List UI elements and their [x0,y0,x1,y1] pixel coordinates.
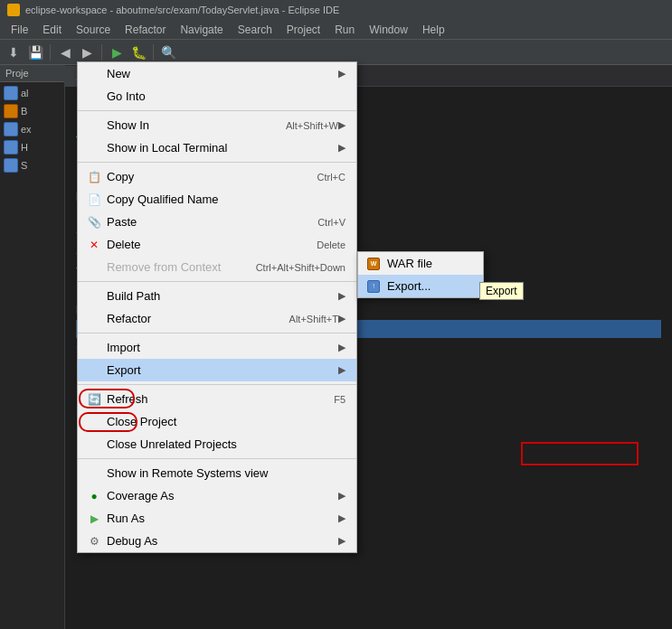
ctx-go-into[interactable]: Go Into [78,85,356,108]
ctx-coverage-as-label: Coverage As [107,489,338,502]
sidebar-item-2[interactable]: ex [0,120,64,138]
ctx-delete[interactable]: ✕ Delete Delete [78,233,356,256]
toolbar-new-btn[interactable]: ⬇ [4,42,24,62]
ctx-paste[interactable]: 📎 Paste Ctrl+V [78,211,356,233]
tooltip-text: Export [486,285,517,297]
ctx-sep-3 [78,281,356,282]
ctx-new-label: New [107,67,338,80]
toolbar-run-btn[interactable]: ▶ [107,42,127,62]
submenu-export-label: Export... [387,279,431,293]
ctx-show-remote-label: Show in Remote Systems view [107,466,345,480]
submenu-export[interactable]: ↑ Export... [358,275,483,297]
submenu: W WAR file ↑ Export... [357,251,484,298]
ctx-paste-shortcut: Ctrl+V [317,217,345,228]
menu-run[interactable]: Run [327,22,362,38]
copy-icon: 📋 [87,170,101,184]
ctx-delete-shortcut: Delete [317,239,345,250]
toolbar-save-btn[interactable]: 💾 [25,42,45,62]
menu-search[interactable]: Search [231,22,279,38]
ctx-refactor-arrow: ▶ [338,313,345,324]
sidebar-item-icon-3 [4,140,18,155]
menu-refactor[interactable]: Refactor [118,22,173,38]
menu-project[interactable]: Project [279,22,327,38]
sidebar-item-4[interactable]: S [0,156,64,174]
toolbar-forward-btn[interactable]: ▶ [77,42,97,62]
context-menu: New ▶ Go Into Show In Alt+Shift+W ▶ Show… [77,61,357,553]
sidebar-item-3[interactable]: H [0,138,64,156]
ctx-import[interactable]: Import ▶ [78,336,356,359]
ctx-refactor[interactable]: Refactor Alt+Shift+T ▶ [78,307,356,330]
ctx-show-in-label: Show In [107,118,268,132]
sidebar-header: Proje [0,65,64,82]
export-icon-sm: ↑ [365,280,382,293]
ctx-sep-4 [78,333,356,333]
ctx-paste-label: Paste [107,215,299,229]
ctx-build-path[interactable]: Build Path ▶ [78,285,356,307]
ctx-copy[interactable]: 📋 Copy Ctrl+C [78,165,356,188]
title-bar: eclipse-workspace - aboutme/src/exam/Tod… [0,0,672,20]
ctx-show-terminal-label: Show in Local Terminal [107,141,338,155]
sidebar-item-icon-2 [4,122,18,136]
sidebar-item-label-2: ex [21,124,32,135]
ctx-run-as[interactable]: ▶ Run As ▶ [78,507,356,530]
ctx-show-in-shortcut: Alt+Shift+W [286,120,338,131]
ctx-debug-as[interactable]: ⚙ Debug As ▶ [78,530,356,552]
toolbar-debug-btn[interactable]: 🐛 [128,42,148,62]
menu-source[interactable]: Source [69,22,118,38]
ctx-build-path-arrow: ▶ [338,290,345,302]
ctx-close-project[interactable]: Close Project [78,410,356,433]
ctx-sep-5 [78,384,356,385]
coverage-icon: ● [87,489,101,503]
menu-help[interactable]: Help [415,22,452,38]
ctx-close-unrelated[interactable]: Close Unrelated Projects [78,433,356,455]
paste-icon: 📎 [87,215,101,230]
ctx-show-terminal-arrow: ▶ [338,142,345,154]
ctx-remove-context-label: Remove from Context [107,260,238,274]
ctx-import-arrow: ▶ [338,342,345,353]
copy2-icon: 📄 [87,192,101,207]
ctx-remove-context[interactable]: Remove from Context Ctrl+Alt+Shift+Down [78,256,356,278]
sidebar: Proje al B ex H S [0,65,65,629]
ctx-export-label: Export [107,363,338,377]
menu-edit[interactable]: Edit [35,22,69,38]
ctx-coverage-as[interactable]: ● Coverage As ▶ [78,484,356,507]
ctx-close-unrelated-label: Close Unrelated Projects [107,437,345,451]
ctx-delete-label: Delete [107,238,298,251]
submenu-war-file[interactable]: W WAR file [358,252,483,275]
toolbar-back-btn[interactable]: ◀ [55,42,75,62]
eclipse-icon [7,4,20,16]
ctx-new[interactable]: New ▶ [78,62,356,85]
war-icon: W [365,258,382,270]
menu-window[interactable]: Window [362,22,415,38]
toolbar-sep-3 [153,44,154,61]
ctx-show-remote[interactable]: Show in Remote Systems view [78,462,356,484]
ctx-refactor-label: Refactor [107,312,271,325]
debug-icon: ⚙ [87,534,101,549]
ctx-show-terminal[interactable]: Show in Local Terminal ▶ [78,136,356,159]
menu-bar: File Edit Source Refactor Navigate Searc… [0,20,672,40]
ctx-run-as-arrow: ▶ [338,512,345,524]
ctx-refactor-shortcut: Alt+Shift+T [289,314,338,324]
sidebar-item-1[interactable]: B [0,102,64,120]
ctx-sep-2 [78,162,356,163]
ctx-copy-qualified[interactable]: 📄 Copy Qualified Name [78,188,356,211]
ctx-new-arrow: ▶ [338,68,345,80]
ctx-build-path-label: Build Path [107,289,338,303]
toolbar-search-btn[interactable]: 🔍 [158,42,178,62]
ctx-refresh[interactable]: 🔄 Refresh F5 [78,388,356,410]
ctx-run-as-label: Run As [107,512,338,525]
sidebar-item-icon-4 [4,158,18,173]
ctx-copy-shortcut: Ctrl+C [317,172,345,183]
ctx-show-in[interactable]: Show In Alt+Shift+W ▶ [78,114,356,136]
export-tooltip: Export [479,282,524,300]
ctx-export[interactable]: Export ▶ [78,359,356,381]
run-icon: ▶ [87,512,101,526]
ctx-go-into-label: Go Into [107,89,345,103]
sidebar-item-label-3: H [21,142,28,153]
ctx-refresh-label: Refresh [107,392,316,406]
menu-navigate[interactable]: Navigate [173,22,230,38]
toolbar-sep-1 [50,44,51,61]
toolbar-sep-2 [101,44,102,61]
sidebar-item-0[interactable]: al [0,84,64,102]
menu-file[interactable]: File [4,22,35,38]
